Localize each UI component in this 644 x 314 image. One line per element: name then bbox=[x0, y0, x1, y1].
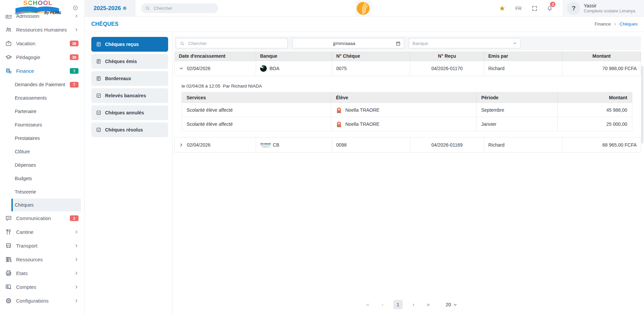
chevron-right-icon bbox=[74, 257, 79, 262]
cutlery-icon bbox=[5, 228, 12, 235]
filter-bar: Banque bbox=[175, 36, 641, 50]
previous-page-button[interactable]: ‹ bbox=[379, 301, 387, 308]
detail-header-row: Services Élève Période Montant bbox=[182, 92, 632, 103]
open-book-logo-graphic: By PERIS bbox=[13, 6, 63, 15]
notifications-bell-icon[interactable]: 3 bbox=[546, 5, 553, 12]
subnav-cheques-recus[interactable]: Chèques reçus bbox=[91, 37, 168, 52]
first-page-button[interactable]: « bbox=[364, 301, 372, 308]
submenu-item-label: Demandes de Paiement bbox=[15, 82, 70, 87]
sidebar-item-label: Communication bbox=[16, 215, 70, 221]
chevron-right-icon bbox=[613, 22, 617, 26]
submenu-item-label: Encaissements bbox=[15, 95, 79, 101]
column-header-montant: Montant bbox=[558, 92, 632, 103]
table-search bbox=[176, 38, 288, 48]
detail-row: Scolarité élève affecté Noella TRAORE Ja… bbox=[182, 117, 632, 131]
fullscreen-icon[interactable] bbox=[532, 5, 538, 11]
next-page-button[interactable]: › bbox=[409, 301, 417, 308]
cheques-table: Date d'encaissement Banque N° Chèque N° … bbox=[175, 51, 641, 153]
breadcrumb-cheques[interactable]: Chèques bbox=[620, 21, 638, 27]
sidebar-item-pedagogie[interactable]: Pédagogie 39 bbox=[0, 50, 84, 64]
bank-filter-select[interactable]: Banque bbox=[409, 38, 521, 48]
pagination: « ‹ 1 › » 20 bbox=[360, 300, 457, 309]
gear-icon bbox=[5, 297, 12, 304]
search-icon bbox=[145, 6, 150, 11]
submenu-item-cloture[interactable]: Clôture bbox=[0, 145, 84, 158]
sidebar-item-configurations[interactable]: Configurations bbox=[0, 294, 84, 308]
last-page-button[interactable]: » bbox=[424, 301, 432, 308]
column-header-banque: Banque bbox=[256, 51, 332, 61]
submenu-item-encaissements[interactable]: Encaissements bbox=[0, 91, 84, 105]
table-search-input[interactable] bbox=[188, 41, 284, 46]
subnav-item-label: Chèques annulés bbox=[105, 110, 144, 115]
cell-montant: 68 965,00 FCFA bbox=[562, 138, 641, 153]
cell-montant: 25 000,00 bbox=[558, 117, 632, 131]
header-actions: ★ FR 3 ? Yassir Complexe scolaire Limany… bbox=[499, 0, 644, 16]
subnav-cheques-resolus[interactable]: Chèques résolus bbox=[91, 122, 168, 137]
chevron-down-icon[interactable] bbox=[179, 66, 184, 71]
school-year-selector[interactable]: 2025-2026 bbox=[85, 0, 136, 16]
top-header: 2025-2026 ★ FR 3 ? Yassir Complexe scola… bbox=[85, 0, 644, 17]
detail-meta-text: le 02/04/26 à 12:05 Par Richard NIADA bbox=[182, 84, 641, 89]
submenu-item-fournisseurs[interactable]: Fournisseurs bbox=[0, 118, 84, 132]
sidebar-item-label: Vacation bbox=[16, 41, 70, 46]
sidebar-item-comptes[interactable]: Comptes bbox=[0, 280, 84, 294]
subnav-bordereaux[interactable]: Bordereaux bbox=[91, 71, 168, 86]
cheque-row[interactable]: 02/04/2026 Ecobank the pan african bank … bbox=[175, 138, 641, 153]
breadcrumb-finance[interactable]: Finance bbox=[595, 21, 611, 27]
submenu-item-depenses[interactable]: Dépenses bbox=[0, 158, 84, 172]
cell-banque: Ecobank the pan african bank CB bbox=[256, 138, 332, 153]
sidebar-item-finance[interactable]: Finance 7 bbox=[0, 64, 84, 78]
cell-montant: 70 988,00 FCFA bbox=[562, 61, 641, 76]
user-menu[interactable]: ? Yassir Complexe scolaire Limanya bbox=[562, 0, 644, 16]
sidebar-menu: Admission Ressources Humaines Vacation 3… bbox=[0, 9, 84, 308]
svg-text:By PERIS: By PERIS bbox=[44, 11, 61, 15]
submenu-item-demandes-de-paiement[interactable]: Demandes de Paiement 7 bbox=[0, 78, 84, 91]
sidebar-item-cantine[interactable]: Cantine bbox=[0, 225, 84, 239]
column-header-services: Services bbox=[182, 92, 331, 103]
current-page-button[interactable]: 1 bbox=[393, 300, 403, 309]
subnav-item-label: Bordereaux bbox=[105, 76, 131, 81]
sidebar-collapse-icon[interactable] bbox=[72, 5, 78, 11]
chevron-right-icon bbox=[74, 299, 79, 303]
submenu-item-cheques[interactable]: Chèques bbox=[11, 199, 81, 211]
sidebar-item-ressources[interactable]: Ressources bbox=[0, 253, 84, 266]
cell-eleve: Noella TRAORE bbox=[331, 117, 477, 131]
sidebar-item-vacation[interactable]: Vacation 38 bbox=[0, 37, 84, 50]
student-avatar bbox=[336, 107, 342, 113]
sidebar-item-transport[interactable]: Transport bbox=[0, 239, 84, 253]
page-size-selector[interactable]: 20 bbox=[446, 302, 457, 307]
cell-service: Scolarité élève affecté bbox=[182, 103, 331, 117]
cell-numero-recu: 04/2026-01170 bbox=[410, 61, 484, 76]
sidebar-item-label: Pédagogie bbox=[16, 54, 70, 60]
chevron-right-icon[interactable] bbox=[179, 143, 184, 147]
subnav-cheques-emis[interactable]: Chèques émis bbox=[91, 54, 168, 69]
submenu-item-label: Fournisseurs bbox=[15, 122, 79, 127]
date-filter-input[interactable] bbox=[293, 41, 404, 46]
cell-numero-cheque: 0098 bbox=[332, 138, 410, 153]
favorites-star-icon[interactable]: ★ bbox=[499, 5, 505, 12]
subnav-cheques-annules[interactable]: Chèques annulés bbox=[91, 105, 168, 120]
submenu-item-partenaire[interactable]: Partenaire bbox=[0, 105, 84, 118]
subnav-releves-bancaires[interactable]: Relevés bancaires bbox=[91, 88, 168, 103]
svg-text:the pan african bank: the pan african bank bbox=[262, 147, 271, 148]
language-selector[interactable]: FR bbox=[515, 6, 522, 11]
finance-submenu: Demandes de Paiement 7 Encaissements Par… bbox=[0, 78, 84, 211]
document-list-icon bbox=[96, 42, 101, 47]
scrollbar-thumb[interactable] bbox=[641, 66, 643, 144]
cell-date: 02/04/2026 bbox=[175, 138, 256, 153]
chevron-right-icon bbox=[74, 285, 79, 289]
column-header-numero-recu: N° Reçu bbox=[410, 51, 484, 61]
cheque-row[interactable]: 02/04/2026 BOA 0075 04/2026-01170 Richar… bbox=[175, 61, 641, 76]
global-search-input[interactable] bbox=[153, 5, 207, 11]
count-badge: 7 bbox=[70, 82, 79, 88]
sidebar-item-etats[interactable]: Etats bbox=[0, 266, 84, 280]
chat-bubble-icon bbox=[5, 215, 12, 222]
submenu-item-budgets[interactable]: Budgets bbox=[0, 172, 84, 185]
cell-numero-recu: 04/2026-01169 bbox=[410, 138, 484, 153]
sidebar-item-ressources-humaines[interactable]: Ressources Humaines bbox=[0, 23, 84, 37]
submenu-item-prestataires[interactable]: Prestataires bbox=[0, 132, 84, 145]
student-avatar bbox=[336, 121, 342, 127]
people-icon bbox=[5, 26, 12, 33]
submenu-item-tresorerie[interactable]: Trésorerie bbox=[0, 185, 84, 199]
sidebar-item-communication[interactable]: Communication 2 bbox=[0, 211, 84, 225]
